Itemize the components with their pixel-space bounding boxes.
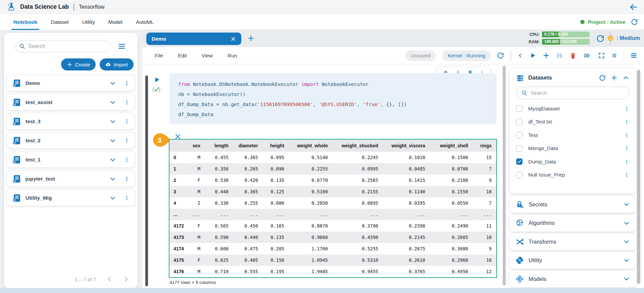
collapse-left-icon[interactable]	[517, 52, 523, 59]
save-notebook-icon[interactable]	[556, 52, 563, 59]
import-button[interactable]: Import	[100, 58, 134, 70]
notebook-item-Demo[interactable]: </>Demo	[7, 75, 135, 91]
more-options-icon[interactable]	[124, 138, 130, 144]
more-options-icon[interactable]	[124, 80, 130, 86]
chevron-down-icon[interactable]	[623, 238, 630, 245]
pagination: 1 – 7 of 7	[75, 276, 130, 283]
column-header-weight_shell: weight_shell	[430, 140, 473, 152]
canvas-scrollbar[interactable]	[503, 66, 506, 285]
more-options-icon[interactable]	[624, 132, 629, 138]
fullscreen-icon[interactable]	[598, 52, 605, 59]
chevron-down-icon[interactable]	[109, 137, 116, 144]
datasets-collapse-icon[interactable]	[623, 75, 629, 81]
title-divider	[73, 3, 74, 11]
add-cell-icon[interactable]	[543, 52, 550, 59]
sidebar-menu-icon[interactable]	[117, 42, 126, 50]
checkbox[interactable]	[516, 145, 523, 152]
chevron-down-icon[interactable]	[109, 176, 116, 182]
resources-refresh-icon[interactable]	[596, 35, 604, 43]
more-options-icon[interactable]	[124, 99, 130, 105]
more-options-icon[interactable]	[124, 157, 130, 163]
chevron-down-icon[interactable]	[109, 118, 116, 125]
chevron-down-icon[interactable]	[109, 156, 116, 163]
menu-view[interactable]: View	[202, 53, 213, 59]
run-this-cell-icon[interactable]	[154, 77, 160, 83]
chevron-down-icon[interactable]	[623, 201, 630, 208]
notebook-item-label: Demo	[26, 80, 40, 86]
section-algorithms[interactable]: Algorithms	[509, 215, 636, 232]
top-header: Data Science Lab Tensorflow	[0, 0, 644, 14]
dataset-item-label: Dump_Data	[528, 159, 556, 165]
datasets-add-icon[interactable]	[611, 75, 617, 81]
tab-dataset[interactable]: Dataset	[51, 14, 68, 30]
menu-file[interactable]: File	[155, 53, 163, 59]
notebook-item-label: jupyter_test	[26, 176, 55, 182]
more-options-icon[interactable]	[624, 172, 629, 178]
more-options-icon[interactable]	[124, 176, 130, 182]
run-all-icon[interactable]	[583, 52, 592, 59]
notebook-item-test_2[interactable]: </>test_2	[7, 133, 135, 148]
new-tab-icon[interactable]	[247, 35, 255, 42]
menu-edit[interactable]: Edit	[178, 53, 187, 59]
notebook-item-Utility_Mig[interactable]: </>Utility_Mig	[7, 190, 135, 206]
tab-utility[interactable]: Utility	[82, 14, 95, 30]
chevron-down-icon[interactable]	[623, 220, 630, 227]
dataset-item-label: Test	[528, 132, 538, 138]
prev-page-icon[interactable]	[106, 276, 113, 283]
checkbox[interactable]	[516, 172, 523, 178]
datasets-refresh-icon[interactable]	[599, 75, 606, 81]
more-options-icon[interactable]	[624, 159, 629, 165]
more-options-icon[interactable]	[624, 106, 629, 112]
section-utility[interactable]: Utility	[509, 252, 636, 269]
chevron-down-icon[interactable]	[109, 99, 116, 106]
kernel-refresh-icon[interactable]	[497, 52, 504, 59]
chevron-down-icon[interactable]	[109, 80, 116, 87]
notebook-menu-icon[interactable]	[630, 52, 637, 59]
tab-close-icon[interactable]	[231, 36, 236, 42]
section-models[interactable]: Models	[509, 271, 636, 287]
project-refresh-icon[interactable]	[631, 18, 638, 26]
code-cell[interactable]: from Notebook.DSNotebook.NotebookExecuto…	[169, 73, 497, 124]
canvas-left-scrollbar[interactable]	[145, 76, 148, 286]
checkbox[interactable]	[516, 105, 523, 112]
more-options-icon[interactable]	[624, 145, 629, 151]
more-options-icon[interactable]	[124, 195, 130, 201]
menu-run[interactable]: Run	[228, 53, 237, 59]
menu-divider	[510, 50, 511, 61]
create-button[interactable]: Create	[61, 58, 96, 70]
more-options-icon[interactable]	[624, 119, 629, 125]
tab-automl[interactable]: AutoML	[136, 14, 154, 30]
chevron-down-icon[interactable]	[623, 257, 630, 264]
more-options-icon[interactable]	[124, 118, 130, 125]
notebook-item-jupyter_test[interactable]: </>jupyter_test	[7, 171, 135, 187]
checkbox[interactable]	[516, 132, 523, 138]
table-row: 4176M0.7100.5550.1951.94850.94550.37650.…	[169, 266, 496, 277]
section-transforms[interactable]: Transforms	[509, 233, 636, 250]
resource-meters: CPU: 0.176 / 0.500 RAM: 189.860 / 512.00…	[528, 32, 590, 45]
checkbox[interactable]	[516, 119, 523, 125]
sidebar-search-input[interactable]	[28, 43, 106, 49]
next-page-icon[interactable]	[123, 276, 130, 283]
search-icon	[19, 43, 25, 49]
section-label: Algorithms	[529, 220, 555, 226]
column-header-sex: sex	[188, 140, 205, 152]
notebook-item-test_assist[interactable]: </>test_assist	[7, 94, 135, 110]
notebook-tab-demo[interactable]: Demo	[146, 33, 241, 45]
stop-kernel-icon[interactable]	[611, 52, 617, 59]
back-arrow-icon[interactable]	[629, 3, 638, 11]
checkbox-checked[interactable]	[516, 158, 523, 165]
kernel-status-badge[interactable]: Kernel : Running	[442, 50, 491, 61]
chevron-down-icon[interactable]	[623, 276, 630, 282]
dataset-item-Dump_Data: Dump_Data	[516, 155, 629, 168]
notebook-item-test_1[interactable]: </>test_1	[7, 152, 135, 167]
delete-cell-icon[interactable]	[569, 52, 577, 59]
right-panel-scrollbar[interactable]	[637, 70, 640, 284]
code-line: df_Dump_Data	[178, 109, 497, 119]
tab-notebook[interactable]: Notebook	[13, 14, 37, 30]
datasets-search-input[interactable]	[531, 90, 624, 96]
tab-model[interactable]: Model	[108, 14, 122, 30]
section-secrets[interactable]: Secrets	[509, 196, 636, 213]
chevron-down-icon[interactable]	[109, 195, 116, 201]
notebook-item-test_3[interactable]: </>test_3	[7, 113, 135, 129]
run-cell-icon[interactable]	[529, 52, 536, 59]
